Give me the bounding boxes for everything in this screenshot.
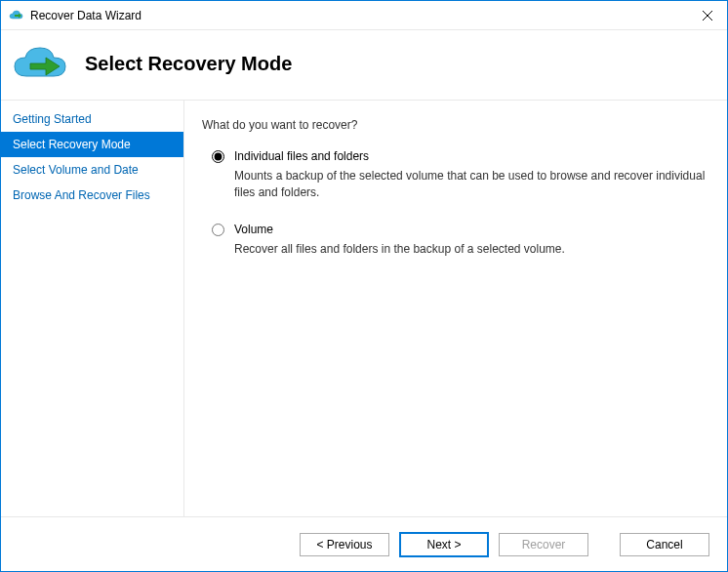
question-label: What do you want to recover? <box>202 118 706 132</box>
main-panel: What do you want to recover? Individual … <box>184 100 727 516</box>
footer: < Previous Next > Recover Cancel <box>1 516 727 571</box>
wizard-window: Recover Data Wizard Select Recovery Mode… <box>0 0 728 572</box>
previous-button[interactable]: < Previous <box>300 533 389 556</box>
cancel-button[interactable]: Cancel <box>620 533 709 556</box>
next-button[interactable]: Next > <box>399 532 489 557</box>
option-volume[interactable]: Volume Recover all files and folders in … <box>202 223 706 258</box>
option-volume-desc: Recover all files and folders in the bac… <box>234 242 565 256</box>
header: Select Recovery Mode <box>1 30 727 100</box>
app-cloud-icon <box>9 8 24 23</box>
option-individual[interactable]: Individual files and folders Mounts a ba… <box>202 149 706 201</box>
body: Getting Started Select Recovery Mode Sel… <box>1 100 727 516</box>
titlebar: Recover Data Wizard <box>1 1 727 30</box>
sidebar-item-select-volume-and-date[interactable]: Select Volume and Date <box>1 157 183 183</box>
recover-button: Recover <box>499 533 588 556</box>
option-individual-desc: Mounts a backup of the selected volume t… <box>234 169 705 199</box>
titlebar-title: Recover Data Wizard <box>30 9 688 22</box>
radio-volume[interactable] <box>212 224 224 236</box>
sidebar-item-browse-and-recover-files[interactable]: Browse And Recover Files <box>1 183 183 208</box>
sidebar-item-getting-started[interactable]: Getting Started <box>1 106 183 132</box>
sidebar: Getting Started Select Recovery Mode Sel… <box>1 100 184 516</box>
page-title: Select Recovery Mode <box>85 53 292 75</box>
option-volume-label: Volume <box>234 223 706 236</box>
close-button[interactable] <box>688 1 727 30</box>
sidebar-item-select-recovery-mode[interactable]: Select Recovery Mode <box>1 132 183 157</box>
close-icon <box>703 11 712 20</box>
radio-individual[interactable] <box>212 150 224 163</box>
header-cloud-icon <box>13 45 67 82</box>
option-individual-label: Individual files and folders <box>234 149 706 163</box>
